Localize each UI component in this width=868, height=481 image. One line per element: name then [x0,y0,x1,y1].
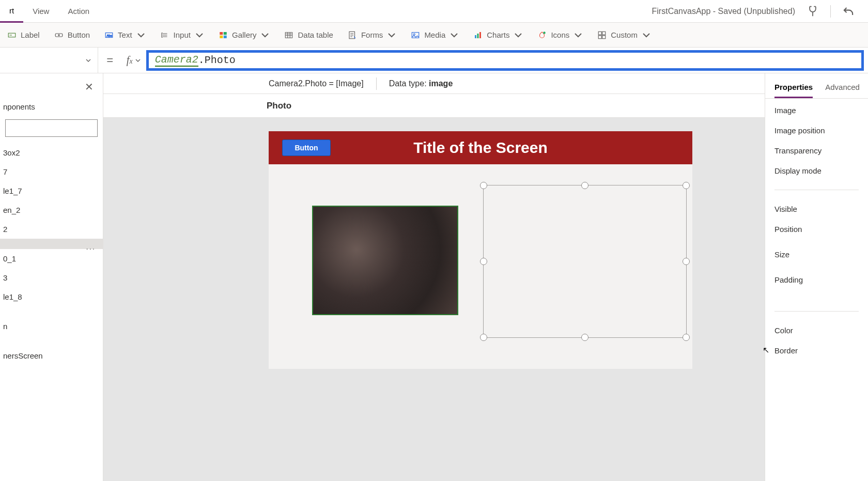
fx-label[interactable]: fx [121,54,146,66]
selected-image-control[interactable] [483,185,687,338]
svg-rect-9 [286,32,293,38]
formula-result-bar: Camera2.Photo = [Image] Data type: image [103,73,765,94]
formula-bar: = fx Camera2.Photo [0,48,868,73]
svg-rect-8 [224,35,227,38]
tree-node[interactable]: 3ox2 [0,143,103,162]
resize-handle[interactable] [480,182,487,189]
tree-node[interactable]: 3 [0,268,103,287]
prop-image[interactable]: Image [774,106,859,115]
properties-tab[interactable]: Properties [774,83,813,98]
undo-icon[interactable] [841,4,856,19]
svg-rect-15 [479,32,481,38]
svg-rect-18 [602,32,606,35]
tree-node[interactable]: le1_7 [0,181,103,200]
resize-handle[interactable] [581,182,588,189]
svg-rect-5 [220,32,223,35]
app-status: FirstCanvasApp - Saved (Unpublished) [652,7,795,16]
ribbon-media[interactable]: Media [411,30,459,40]
content-area: ✕ nponents 3ox2 7 le1_7 en_2 2 ··· 0_1 3… [0,73,868,481]
canvas-button[interactable]: Button [282,139,331,156]
ribbon-charts[interactable]: Charts [473,30,523,40]
menu-separator [830,5,831,18]
canvas-outer[interactable]: Button Title of the Screen ↖ [103,118,765,481]
svg-rect-20 [602,35,606,38]
resize-handle[interactable] [683,334,690,341]
tree-node[interactable]: 0_1 [0,249,103,268]
chevron-down-icon [642,30,651,40]
ribbon-text[interactable]: Abc Text [104,30,146,40]
tree-node[interactable]: 2 [0,220,103,239]
prop-visible[interactable]: Visible [774,205,859,213]
ribbon-datatable[interactable]: Data table [284,30,333,40]
formula-input[interactable]: Camera2.Photo [146,50,864,71]
app-canvas[interactable]: Button Title of the Screen [269,131,692,369]
result-val: [Image] [336,79,363,88]
datatype-label: Data type: [389,79,429,88]
svg-rect-17 [599,32,602,35]
resize-handle[interactable] [683,258,690,265]
formula-member: .Photo [198,54,236,66]
ribbon-forms[interactable]: Forms [348,30,397,40]
prop-size[interactable]: Size [774,250,859,259]
ribbon-custom[interactable]: Custom [597,30,651,40]
ribbon-button-text: Button [68,30,90,39]
svg-point-16 [544,32,546,34]
tree-node-selected[interactable]: ··· [0,239,103,249]
chevron-down-icon [574,30,583,40]
ribbon-label[interactable]: Label [7,30,40,40]
ribbon-icons[interactable]: Icons [537,30,583,40]
tree-node[interactable]: 7 [0,162,103,181]
tree-node[interactable]: n [0,317,103,336]
ribbon-gallery[interactable]: Gallery [219,30,270,40]
tree-node[interactable] [0,336,103,346]
camera-preview[interactable] [312,206,458,315]
chevron-down-icon [135,57,141,64]
ribbon-datatable-text: Data table [298,30,333,39]
svg-rect-13 [475,35,476,38]
ribbon-icons-text: Icons [551,30,569,39]
prop-padding[interactable]: Padding [774,275,859,284]
tree-view-pane: ✕ nponents 3ox2 7 le1_7 en_2 2 ··· 0_1 3… [0,73,103,481]
ribbon-forms-text: Forms [361,30,383,39]
menu-bar: rt View Action FirstCanvasApp - Saved (U… [0,0,868,23]
resize-handle[interactable] [581,334,588,341]
tree-node[interactable] [0,306,103,317]
prop-color[interactable]: Color [774,326,859,335]
prop-display-mode[interactable]: Display mode [774,166,859,175]
tree-tab-components[interactable]: nponents [0,73,103,115]
prop-transparency[interactable]: Transparency [774,146,859,155]
ribbon-button[interactable]: Button [54,30,90,40]
tree-search-input[interactable] [5,119,98,137]
close-icon[interactable]: ✕ [85,81,94,93]
ribbon-charts-text: Charts [487,30,509,39]
svg-rect-6 [224,32,227,35]
ribbon-label-text: Label [21,30,40,39]
tree-node[interactable]: nersScreen [0,346,103,365]
tree-node[interactable]: en_2 [0,200,103,220]
menu-tab-insert[interactable]: rt [0,0,23,23]
health-icon[interactable] [805,4,820,19]
svg-point-2 [58,34,59,35]
resize-handle[interactable] [480,258,487,265]
ribbon-media-text: Media [424,30,445,39]
ribbon-input-text: Input [174,30,191,39]
screen-header: Button Title of the Screen [269,131,692,164]
property-selector[interactable] [0,48,98,73]
menu-tab-action[interactable]: Action [58,0,99,23]
prop-border[interactable]: Border [774,346,859,355]
ribbon-text-text: Text [118,30,132,39]
datatype-value: image [429,79,453,88]
chevron-down-icon [136,30,146,40]
tree-node[interactable]: le1_8 [0,287,103,306]
formula-identifier: Camera2 [155,54,198,67]
resize-handle[interactable] [683,182,690,189]
prop-image-position[interactable]: Image position [774,126,859,135]
resize-handle[interactable] [480,334,487,341]
svg-rect-14 [477,34,479,38]
menu-tab-view[interactable]: View [23,0,58,23]
ribbon-input[interactable]: Input [160,30,204,40]
svg-text:Abc: Abc [107,34,112,37]
advanced-tab[interactable]: Advanced [825,83,860,98]
selected-property-label: Photo [103,94,765,118]
prop-position[interactable]: Position [774,225,859,234]
